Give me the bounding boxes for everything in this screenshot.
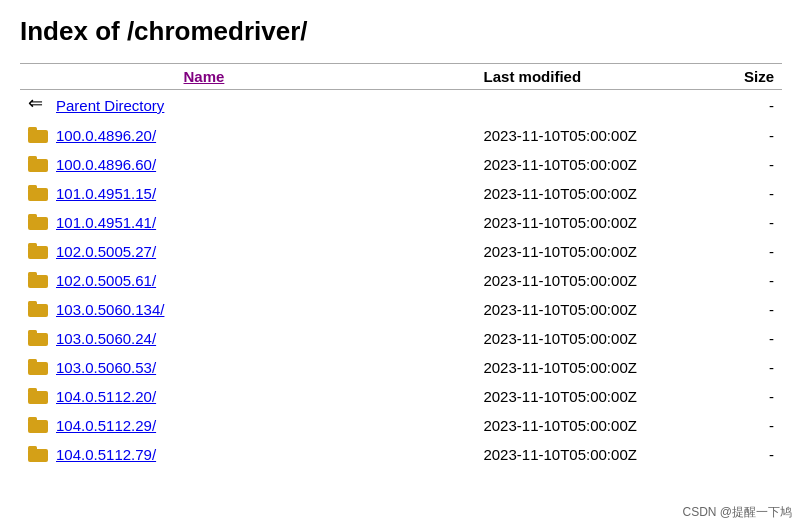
- folder-link[interactable]: 104.0.5112.20/: [56, 388, 156, 405]
- table-row: 101.0.4951.41/2023-11-10T05:00:00Z-: [20, 208, 782, 237]
- parent-arrow-icon: ⇐: [28, 93, 50, 113]
- folder-svg: [28, 298, 50, 318]
- table-row: 102.0.5005.61/2023-11-10T05:00:00Z-: [20, 266, 782, 295]
- folder-link[interactable]: 100.0.4896.20/: [56, 127, 156, 144]
- svg-rect-12: [28, 272, 37, 277]
- file-name-cell: 103.0.5060.134/: [20, 295, 388, 324]
- table-row: ⇐Parent Directory-: [20, 90, 782, 122]
- svg-rect-14: [28, 301, 37, 306]
- file-name-cell: 104.0.5112.29/: [20, 411, 388, 440]
- table-row: 103.0.5060.53/2023-11-10T05:00:00Z-: [20, 353, 782, 382]
- file-size-cell: -: [677, 266, 782, 295]
- folder-svg: [28, 124, 50, 144]
- file-size-cell: -: [677, 237, 782, 266]
- file-size-cell: -: [677, 353, 782, 382]
- folder-icon: [28, 385, 50, 408]
- file-size-cell: -: [677, 90, 782, 122]
- svg-rect-2: [28, 127, 37, 132]
- folder-svg: [28, 356, 50, 376]
- folder-link[interactable]: 101.0.4951.15/: [56, 185, 156, 202]
- table-row: 104.0.5112.20/2023-11-10T05:00:00Z-: [20, 382, 782, 411]
- file-modified-cell: 2023-11-10T05:00:00Z: [388, 353, 677, 382]
- folder-link[interactable]: 102.0.5005.61/: [56, 272, 156, 289]
- table-row: 101.0.4951.15/2023-11-10T05:00:00Z-: [20, 179, 782, 208]
- file-modified-cell: 2023-11-10T05:00:00Z: [388, 121, 677, 150]
- file-modified-cell: 2023-11-10T05:00:00Z: [388, 324, 677, 353]
- folder-icon: [28, 356, 50, 379]
- folder-icon: [28, 182, 50, 205]
- parent-dir-link[interactable]: Parent Directory: [56, 97, 164, 114]
- file-size-cell: -: [677, 121, 782, 150]
- file-size-cell: -: [677, 411, 782, 440]
- parent-dir-icon: ⇐: [28, 93, 50, 118]
- file-name-cell: 102.0.5005.27/: [20, 237, 388, 266]
- folder-link[interactable]: 101.0.4951.41/: [56, 214, 156, 231]
- folder-link[interactable]: 104.0.5112.29/: [56, 417, 156, 434]
- svg-rect-10: [28, 243, 37, 248]
- folder-link[interactable]: 103.0.5060.53/: [56, 359, 156, 376]
- file-name-cell: 101.0.4951.41/: [20, 208, 388, 237]
- folder-icon: [28, 211, 50, 234]
- file-name-cell: 101.0.4951.15/: [20, 179, 388, 208]
- folder-link[interactable]: 100.0.4896.60/: [56, 156, 156, 173]
- svg-rect-8: [28, 214, 37, 219]
- name-sort-link[interactable]: Name: [184, 68, 225, 85]
- folder-svg: [28, 269, 50, 289]
- table-body: ⇐Parent Directory-100.0.4896.20/2023-11-…: [20, 90, 782, 470]
- folder-svg: [28, 182, 50, 202]
- file-modified-cell: 2023-11-10T05:00:00Z: [388, 266, 677, 295]
- file-modified-cell: 2023-11-10T05:00:00Z: [388, 411, 677, 440]
- file-size-cell: -: [677, 324, 782, 353]
- folder-icon: [28, 240, 50, 263]
- folder-svg: [28, 327, 50, 347]
- file-modified-cell: 2023-11-10T05:00:00Z: [388, 208, 677, 237]
- table-row: 104.0.5112.29/2023-11-10T05:00:00Z-: [20, 411, 782, 440]
- folder-icon: [28, 124, 50, 147]
- svg-rect-20: [28, 388, 37, 393]
- table-row: 100.0.4896.20/2023-11-10T05:00:00Z-: [20, 121, 782, 150]
- file-name-cell: 100.0.4896.20/: [20, 121, 388, 150]
- file-modified-cell: 2023-11-10T05:00:00Z: [388, 237, 677, 266]
- file-modified-cell: 2023-11-10T05:00:00Z: [388, 179, 677, 208]
- svg-rect-18: [28, 359, 37, 364]
- svg-rect-4: [28, 156, 37, 161]
- file-size-cell: -: [677, 179, 782, 208]
- folder-svg: [28, 240, 50, 260]
- folder-icon: [28, 153, 50, 176]
- folder-svg: [28, 153, 50, 173]
- folder-link[interactable]: 104.0.5112.79/: [56, 446, 156, 463]
- file-modified-cell: 2023-11-10T05:00:00Z: [388, 382, 677, 411]
- column-header-size: Size: [677, 64, 782, 90]
- file-size-cell: -: [677, 295, 782, 324]
- column-header-modified: Last modified: [388, 64, 677, 90]
- file-name-cell: 104.0.5112.20/: [20, 382, 388, 411]
- file-listing-table: Name Last modified Size ⇐Parent Director…: [20, 63, 782, 469]
- folder-link[interactable]: 103.0.5060.24/: [56, 330, 156, 347]
- table-row: 103.0.5060.134/2023-11-10T05:00:00Z-: [20, 295, 782, 324]
- file-size-cell: -: [677, 382, 782, 411]
- folder-icon: [28, 443, 50, 466]
- file-modified-cell: 2023-11-10T05:00:00Z: [388, 150, 677, 179]
- folder-link[interactable]: 102.0.5005.27/: [56, 243, 156, 260]
- file-size-cell: -: [677, 208, 782, 237]
- folder-svg: [28, 385, 50, 405]
- table-header: Name Last modified Size: [20, 64, 782, 90]
- file-name-cell: ⇐Parent Directory: [20, 90, 388, 122]
- table-row: 103.0.5060.24/2023-11-10T05:00:00Z-: [20, 324, 782, 353]
- table-row: 104.0.5112.79/2023-11-10T05:00:00Z-: [20, 440, 782, 469]
- file-modified-cell: 2023-11-10T05:00:00Z: [388, 295, 677, 324]
- svg-rect-16: [28, 330, 37, 335]
- file-modified-cell: 2023-11-10T05:00:00Z: [388, 440, 677, 469]
- file-name-cell: 103.0.5060.24/: [20, 324, 388, 353]
- svg-rect-24: [28, 446, 37, 451]
- folder-icon: [28, 269, 50, 292]
- file-name-cell: 103.0.5060.53/: [20, 353, 388, 382]
- folder-svg: [28, 414, 50, 434]
- column-header-name: Name: [20, 64, 388, 90]
- file-name-cell: 102.0.5005.61/: [20, 266, 388, 295]
- folder-icon: [28, 327, 50, 350]
- folder-icon: [28, 298, 50, 321]
- file-size-cell: -: [677, 440, 782, 469]
- folder-icon: [28, 414, 50, 437]
- folder-link[interactable]: 103.0.5060.134/: [56, 301, 164, 318]
